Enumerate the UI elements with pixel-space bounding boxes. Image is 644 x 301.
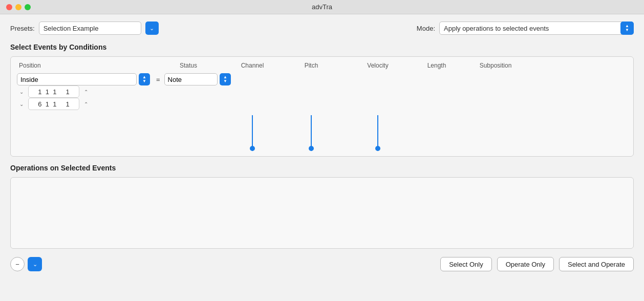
- mode-select[interactable]: Apply operations to selected events: [439, 22, 634, 35]
- pitch-slider-col: [278, 110, 345, 151]
- chevron-down-icon-2: ⌄: [33, 261, 37, 268]
- title-bar: advTra: [0, 0, 644, 14]
- bottom-left-controls: − ⌄: [10, 257, 42, 271]
- operate-only-button[interactable]: Operate Only: [497, 257, 554, 271]
- channel-slider-knob[interactable]: [250, 146, 255, 151]
- operations-title: Operations on Selected Events: [10, 164, 634, 172]
- status-select-1[interactable]: Note: [164, 73, 218, 85]
- position-value-row-1: ⌄ ⌃: [17, 85, 627, 98]
- velocity-slider-knob[interactable]: [375, 146, 380, 151]
- status-cell-1: = Note ▲▼: [154, 73, 231, 85]
- position-num-input-2[interactable]: [28, 98, 79, 110]
- col-pitch: Pitch: [278, 62, 345, 69]
- sliders-spacer: [17, 110, 150, 151]
- channel-slider-col: [227, 110, 278, 151]
- add-remove-button[interactable]: −: [10, 257, 25, 271]
- position-spinner-btn-1[interactable]: ▲▼: [139, 73, 150, 85]
- presets-group: Presets: ⌄: [10, 22, 159, 35]
- mode-label: Mode:: [417, 25, 435, 32]
- col-length: Length: [411, 62, 462, 69]
- operations-section: Operations on Selected Events: [10, 164, 634, 249]
- pitch-slider-track[interactable]: [311, 115, 312, 151]
- bottom-right-buttons: Select Only Operate Only Select and Oper…: [440, 257, 634, 271]
- select-only-button[interactable]: Select Only: [440, 257, 491, 271]
- position-select-1[interactable]: Inside: [17, 73, 137, 85]
- mode-group: Mode: Apply operations to selected event…: [417, 22, 634, 35]
- select-and-operate-button[interactable]: Select and Operate: [559, 257, 634, 271]
- position-up-btn-2[interactable]: ⌃: [81, 98, 91, 110]
- maximize-button[interactable]: [25, 4, 31, 10]
- channel-slider-track[interactable]: [252, 115, 253, 151]
- col-position: Position: [17, 62, 150, 69]
- mode-select-wrapper: Apply operations to selected events ▲ ▼: [439, 22, 634, 35]
- row-collapse-btn-1[interactable]: ⌄: [17, 85, 26, 98]
- options-dropdown-button[interactable]: ⌄: [28, 257, 42, 271]
- presets-input[interactable]: [39, 22, 141, 35]
- status-eq-label: =: [154, 76, 162, 83]
- close-button[interactable]: [6, 4, 12, 10]
- position-num-input-1[interactable]: [28, 85, 79, 98]
- pitch-slider-knob[interactable]: [309, 146, 314, 151]
- presets-dropdown-button[interactable]: ⌄: [145, 22, 159, 35]
- window-controls[interactable]: [6, 4, 31, 10]
- spinner-icon: ▲▼: [142, 75, 146, 83]
- col-status: Status: [150, 62, 227, 69]
- row-collapse-btn-2[interactable]: ⌄: [17, 98, 26, 110]
- spinner-icon-2: ▲▼: [223, 75, 227, 83]
- position-up-btn-1[interactable]: ⌃: [81, 85, 91, 98]
- minimize-button[interactable]: [15, 4, 22, 10]
- window-title: advTra: [312, 3, 332, 11]
- col-velocity: Velocity: [345, 62, 411, 69]
- sliders-spacer-3: [411, 110, 462, 151]
- select-events-section: Select Events by Conditions Position Sta…: [10, 43, 634, 164]
- position-cell-1: Inside ▲▼: [17, 73, 150, 85]
- sliders-spacer-4: [462, 110, 529, 151]
- select-events-title: Select Events by Conditions: [10, 43, 634, 51]
- event-row-1: Inside ▲▼ = Note ▲▼: [17, 73, 627, 85]
- position-value-row-2: ⌄ ⌃: [17, 98, 627, 110]
- col-channel: Channel: [227, 62, 278, 69]
- operations-content: [10, 177, 634, 249]
- main-content: Presets: ⌄ Mode: Apply operations to sel…: [0, 14, 644, 301]
- events-section: Position Status Channel Pitch Velocity L…: [10, 56, 634, 157]
- column-headers: Position Status Channel Pitch Velocity L…: [17, 62, 627, 69]
- sliders-area: [17, 110, 627, 151]
- status-spinner-btn-1[interactable]: ▲▼: [220, 73, 231, 85]
- top-bar: Presets: ⌄ Mode: Apply operations to sel…: [10, 22, 634, 35]
- chevron-down-icon: ⌄: [149, 25, 154, 32]
- col-subposition: Subposition: [462, 62, 529, 69]
- velocity-slider-track[interactable]: [377, 115, 378, 151]
- velocity-slider-col: [345, 110, 411, 151]
- sliders-spacer-2: [150, 110, 227, 151]
- presets-label: Presets:: [10, 25, 35, 32]
- bottom-bar: − ⌄ Select Only Operate Only Select and …: [10, 255, 634, 271]
